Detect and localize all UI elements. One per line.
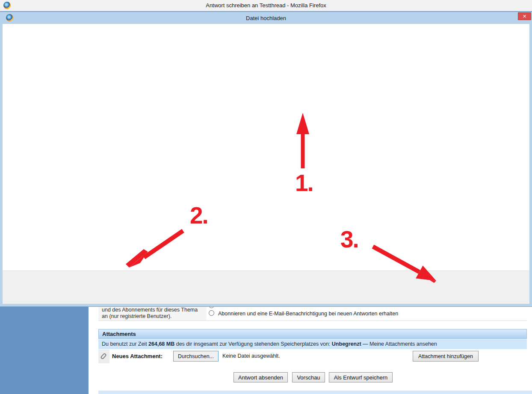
usage-text: Du benutzt zur Zeit	[102, 341, 148, 347]
forum-bottom-bar	[98, 391, 532, 394]
subscription-radio-email[interactable]	[209, 310, 214, 316]
upload-dialog: Datei hochladen ✕	[0, 12, 532, 306]
attachments-header: Attachments	[98, 329, 527, 339]
submit-reply-button[interactable]: Antwort absenden	[233, 372, 288, 382]
dialog-footer	[3, 271, 529, 304]
attachments-usage-bar: Du benutzt zur Zeit 264,68 MB des dir in…	[98, 339, 527, 349]
save-draft-button[interactable]: Als Entwurf speichern	[329, 372, 393, 382]
subscription-radio-label: Abonnieren und eine E-Mail-Benachrichtig…	[218, 311, 398, 317]
paperclip-icon	[100, 353, 107, 360]
my-attachments-link[interactable]: Meine Attachments ansehen	[369, 341, 437, 347]
usage-text: des dir insgesamt zur Verfügung stehende…	[174, 341, 332, 347]
dialog-body	[3, 24, 529, 271]
subscription-text-line2: an (nur registrierte Benutzer).	[102, 313, 207, 320]
forum-left-column	[0, 306, 89, 394]
screen: Antwort schreiben an Testthread - Mozill…	[0, 0, 532, 394]
no-file-text: Keine Datei ausgewählt.	[222, 353, 280, 359]
window-title: Antwort schreiben an Testthread - Mozill…	[0, 2, 532, 9]
forum-divider	[98, 320, 527, 321]
preview-button[interactable]: Vorschau	[292, 372, 325, 382]
add-attachment-button[interactable]: Attachment hinzufügen	[413, 351, 479, 362]
dialog-title: Datei hochladen	[0, 15, 532, 21]
subscription-text-line1: und des Abonnements für dieses Thema	[102, 307, 207, 313]
usage-total: Unbegrenzt	[332, 341, 361, 347]
usage-amount: 264,68 MB	[148, 341, 174, 347]
firefox-titlebar: Antwort schreiben an Testthread - Mozill…	[0, 0, 532, 12]
usage-dash: —	[361, 341, 369, 347]
close-icon[interactable]: ✕	[518, 12, 531, 20]
paperclip-cell	[98, 350, 109, 363]
browse-button[interactable]: Durchsuchen...	[173, 351, 219, 362]
new-attachment-label: Neues Attachment:	[112, 353, 163, 359]
